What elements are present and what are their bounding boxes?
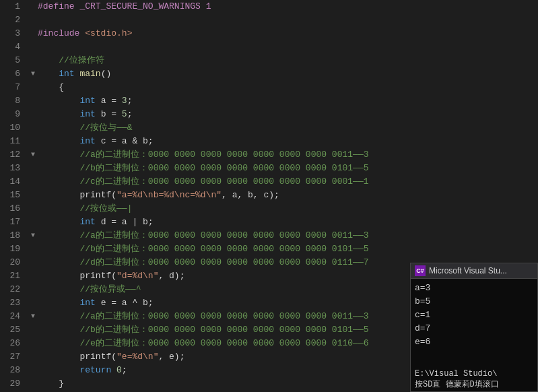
code-segment: [38, 203, 79, 214]
code-content-26: //e的二进制位：0000 0000 0000 0000 0000 0000 0…: [38, 337, 368, 350]
line-number-9: 9: [0, 108, 20, 121]
code-content-12: //a的二进制位：0000 0000 0000 0000 0000 0000 0…: [38, 148, 368, 162]
fold-icon[interactable]: ▼: [31, 148, 35, 162]
code-content-14: //c的二进制位：0000 0000 0000 0000 0000 0000 0…: [38, 175, 368, 189]
line-number-22: 22: [0, 283, 20, 296]
line-number-21: 21: [0, 269, 20, 283]
line-number-28: 28: [0, 364, 20, 377]
code-segment: //b的二进制位：0000 0000 0000 0000 0000 0000 0…: [79, 325, 368, 335]
code-segment: //a的二进制位：0000 0000 0000 0000 0000 0000 0…: [79, 230, 368, 240]
code-content-11: int c = a & b;: [38, 135, 154, 148]
code-segment: [38, 338, 79, 348]
code-segment: //a的二进制位：0000 0000 0000 0000 0000 0000 0…: [79, 311, 368, 321]
output-titlebar: C# Microsoft Visual Stu...: [411, 263, 537, 279]
code-segment: //位操作符: [59, 55, 104, 65]
code-content-10: //按位与——&: [38, 121, 132, 135]
fold-gutter-6[interactable]: ▼: [28, 67, 38, 81]
line-number-12: 12: [0, 148, 20, 162]
code-segment: [38, 352, 79, 362]
output-window: C# Microsoft Visual Stu... a=3b=5c=1d=7e…: [410, 263, 538, 392]
code-segment: return: [79, 365, 116, 375]
code-content-20: //d的二进制位：0000 0000 0000 0000 0000 0000 0…: [38, 256, 368, 269]
vs-icon: C#: [415, 265, 426, 276]
code-line-11: int c = a & b;: [26, 135, 538, 148]
line-numbers: 1234567891011121314151617181920212223242…: [0, 0, 26, 392]
code-segment: int: [79, 109, 95, 119]
code-content-21: printf("d=%d\n", d);: [38, 269, 184, 283]
code-segment: [38, 55, 59, 65]
fold-icon[interactable]: ▼: [31, 310, 35, 323]
code-segment: [38, 96, 79, 106]
code-segment: [38, 123, 79, 133]
line-number-15: 15: [0, 189, 20, 202]
code-segment: //按位或——|: [79, 203, 132, 214]
code-segment: [38, 298, 79, 308]
code-segment: //c的二进制位：0000 0000 0000 0000 0000 0000 0…: [79, 176, 368, 187]
code-segment: #define _CRT_SECURE_NO_WARNINGS 1: [38, 1, 211, 11]
code-segment: ;: [127, 109, 133, 119]
output-line: e=6: [415, 335, 533, 349]
line-number-3: 3: [0, 27, 20, 40]
code-content-16: //按位或——|: [38, 202, 132, 216]
code-segment: main: [79, 69, 100, 79]
code-content-25: //b的二进制位：0000 0000 0000 0000 0000 0000 0…: [38, 323, 368, 337]
output-body: a=3b=5c=1d=7e=6: [411, 279, 537, 368]
code-line-15: printf("a=%d\nb=%d\nc=%d\n", a, b, c);: [26, 189, 538, 202]
code-segment: [38, 230, 79, 240]
code-segment: c = a & b;: [96, 136, 154, 146]
code-content-9: int b = 5;: [38, 108, 132, 121]
fold-icon[interactable]: ▼: [31, 229, 35, 242]
fold-gutter-24[interactable]: ▼: [28, 310, 38, 323]
code-segment: [38, 271, 79, 281]
code-segment: e = a ^ b;: [96, 298, 154, 308]
code-content-27: printf("e=%d\n", e);: [38, 350, 184, 364]
code-content-3: #include <stdio.h>: [38, 27, 132, 40]
output-line: c=1: [415, 308, 533, 322]
code-line-18: ▼ //a的二进制位：0000 0000 0000 0000 0000 0000…: [26, 229, 538, 242]
code-content-17: int d = a | b;: [38, 216, 154, 229]
code-line-3: #include <stdio.h>: [26, 27, 538, 40]
fold-icon[interactable]: ▼: [31, 67, 35, 81]
output-footer-line1: E:\Visual Studio\: [415, 369, 533, 379]
code-segment: int: [79, 136, 95, 146]
code-segment: int: [59, 69, 74, 79]
fold-gutter-12[interactable]: ▼: [28, 148, 38, 162]
code-line-10: //按位与——&: [26, 121, 538, 135]
code-line-14: //c的二进制位：0000 0000 0000 0000 0000 0000 0…: [26, 175, 538, 189]
code-content-5: //位操作符: [38, 54, 104, 67]
code-segment: [38, 109, 79, 119]
line-number-24: 24: [0, 310, 20, 323]
code-line-12: ▼ //a的二进制位：0000 0000 0000 0000 0000 0000…: [26, 148, 538, 162]
code-segment: }: [38, 379, 64, 389]
fold-gutter-18[interactable]: ▼: [28, 229, 38, 242]
code-segment: 0: [116, 365, 122, 375]
code-segment: [38, 69, 59, 79]
code-segment: [38, 365, 79, 375]
line-number-10: 10: [0, 121, 20, 135]
code-segment: [38, 325, 79, 335]
code-content-6: int main(): [38, 67, 111, 81]
code-segment: #include: [38, 28, 85, 38]
code-content-1: #define _CRT_SECURE_NO_WARNINGS 1: [38, 0, 211, 13]
code-segment: [38, 136, 79, 146]
code-line-17: int d = a | b;: [26, 216, 538, 229]
code-segment: [38, 244, 79, 254]
code-content-23: int e = a ^ b;: [38, 296, 154, 310]
code-line-5: //位操作符: [26, 54, 538, 67]
output-title: Microsoft Visual Stu...: [429, 266, 507, 275]
code-segment: int: [79, 298, 95, 308]
code-line-1: #define _CRT_SECURE_NO_WARNINGS 1: [26, 0, 538, 13]
code-segment: [38, 311, 79, 321]
code-segment: 3: [122, 96, 127, 106]
line-number-25: 25: [0, 323, 20, 337]
code-segment: //a的二进制位：0000 0000 0000 0000 0000 0000 0…: [79, 150, 368, 160]
code-line-8: int a = 3;: [26, 94, 538, 108]
line-number-14: 14: [0, 175, 20, 189]
line-number-19: 19: [0, 242, 20, 256]
code-segment: //e的二进制位：0000 0000 0000 0000 0000 0000 0…: [79, 338, 368, 348]
code-segment: [38, 284, 79, 294]
code-segment: printf(: [79, 190, 116, 200]
code-segment: {: [38, 82, 64, 92]
code-line-16: //按位或——|: [26, 202, 538, 216]
line-number-20: 20: [0, 256, 20, 269]
